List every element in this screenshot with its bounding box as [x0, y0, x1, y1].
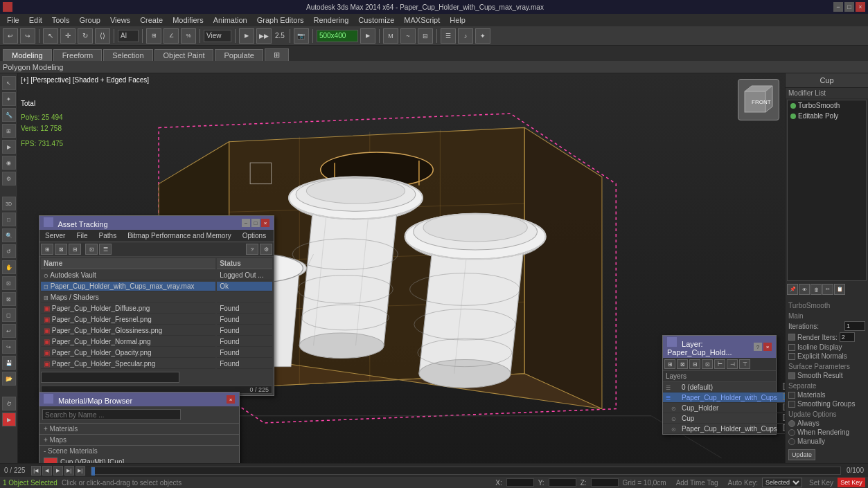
layer-manager-button[interactable]: ☰	[441, 28, 456, 44]
orbit-btn[interactable]: ↺	[2, 244, 16, 258]
material-editor-button[interactable]: M	[383, 28, 398, 44]
select-button[interactable]: ↖	[43, 28, 58, 44]
redo-button[interactable]: ↪	[20, 28, 35, 44]
mat-cup-item[interactable]: Cup (VRayMtl) [Cup]	[39, 456, 239, 463]
track-view-button[interactable]: ♪	[458, 28, 473, 44]
y-coord-input[interactable]	[549, 478, 576, 487]
maps-section[interactable]: + Maps	[39, 434, 239, 445]
render-button[interactable]: ▶▶	[256, 28, 272, 44]
tab-selection[interactable]: Selection	[103, 49, 152, 61]
hierarchy-icon-btn[interactable]: ⊞	[2, 124, 16, 138]
next-frame-btn[interactable]: ▶|	[64, 466, 74, 476]
asset-tb-btn-3[interactable]: ⊟	[69, 244, 81, 255]
asset-tb-help[interactable]: ?	[246, 244, 258, 255]
close-button[interactable]: ×	[856, 2, 865, 12]
tab-populate[interactable]: Populate	[215, 49, 263, 61]
asset-row-vault[interactable]: ⊙ Autodesk Vault Logged Out ...	[41, 271, 272, 280]
menu-customize[interactable]: Customize	[354, 15, 398, 25]
render-field-button[interactable]: ▶	[360, 28, 375, 44]
layer-row-cup-holder-cups[interactable]: ☰ Paper_Cup_Holder_with_Cups	[663, 392, 785, 403]
menu-file[interactable]: File	[3, 15, 24, 25]
menu-maxscript[interactable]: MAXScript	[400, 15, 444, 25]
layer-panel-title[interactable]: Layer: Paper_Cup_Hold... ? ×	[663, 336, 776, 358]
layer-delete-btn[interactable]: ⊠	[677, 359, 688, 369]
layer-new-btn[interactable]: ⊞	[664, 359, 675, 369]
asset-tb-btn-1[interactable]: ⊞	[41, 244, 53, 255]
motion-icon-btn[interactable]: ▶	[2, 140, 16, 154]
asset-panel-minimize[interactable]: −	[242, 219, 250, 227]
snap-button[interactable]: ⊞	[146, 28, 161, 44]
menu-edit[interactable]: Edit	[25, 15, 46, 25]
explicit-normals-checkbox[interactable]	[788, 353, 795, 360]
modify-icon-btn[interactable]: 🔧	[2, 108, 16, 122]
asset-row-fresnel[interactable]: ▣ Paper_Cup_Holder_Fresnel.png Found	[41, 315, 272, 325]
render-iters-checkbox[interactable]	[788, 334, 795, 341]
mod-tb-show[interactable]: 👁	[799, 284, 810, 295]
always-radio[interactable]	[788, 420, 795, 427]
undo-button[interactable]: ↩	[3, 28, 18, 44]
particle-view-button[interactable]: ✦	[475, 28, 490, 44]
create-icon-btn[interactable]: ✦	[2, 92, 16, 106]
smoothing-groups-checkbox[interactable]	[788, 401, 795, 408]
autokey-select[interactable]: Selected	[762, 478, 802, 487]
tab-modeling[interactable]: Modeling	[3, 49, 52, 61]
asset-tb-settings[interactable]: ⚙	[260, 244, 272, 255]
render-iters-input[interactable]	[840, 332, 855, 342]
asset-panel-close[interactable]: ×	[261, 219, 269, 227]
asset-row-maps[interactable]: ⊞ Maps / Shaders	[41, 293, 272, 302]
asset-panel-maximize[interactable]: □	[251, 219, 260, 227]
layer-select-btn[interactable]: ⊢	[714, 359, 725, 369]
set-key-button[interactable]: Set Key	[838, 478, 865, 487]
mod-tb-pin[interactable]: 📌	[787, 284, 798, 295]
manually-radio[interactable]	[788, 438, 795, 445]
menu-graph-editors[interactable]: Graph Editors	[253, 15, 308, 25]
modifier-editable-poly[interactable]: Editable Poly	[788, 111, 866, 121]
play-btn[interactable]: ▶	[53, 466, 63, 476]
asset-row-diffuse[interactable]: ▣ Paper_Cup_Holder_Diffuse.png Found	[41, 304, 272, 314]
zoom-extents-btn[interactable]: ⊠	[2, 292, 16, 306]
menu-tools[interactable]: Tools	[48, 15, 74, 25]
layer-remove-btn[interactable]: ⊡	[702, 359, 713, 369]
asset-search-input[interactable]	[41, 372, 179, 383]
asset-menu-file[interactable]: File	[71, 231, 93, 240]
menu-group[interactable]: Group	[75, 15, 105, 25]
camera-button[interactable]: 📷	[294, 28, 309, 44]
tab-freeform[interactable]: Freeform	[53, 49, 103, 61]
view-input[interactable]	[204, 30, 231, 42]
layer-row-cup[interactable]: ⊙ Cup	[663, 413, 785, 424]
asset-menu-bitmap[interactable]: Bitmap Performance and Memory	[122, 231, 237, 240]
menu-create[interactable]: Create	[136, 15, 167, 25]
rotate-button[interactable]: ↻	[78, 28, 93, 44]
update-button[interactable]: Update	[788, 449, 815, 460]
navigation-cube[interactable]: FRONT	[738, 79, 779, 120]
material-panel-title[interactable]: Material/Map Browser ×	[39, 392, 239, 406]
filter-input[interactable]	[118, 30, 139, 42]
viewport-shade-btn[interactable]: □	[2, 213, 16, 226]
isoline-checkbox[interactable]	[788, 344, 795, 351]
material-search-input[interactable]	[42, 409, 181, 420]
render-setup-button[interactable]: ▶	[239, 28, 254, 44]
move-button[interactable]: ✛	[60, 28, 76, 44]
modifier-turbosmooth[interactable]: TurboSmooth	[788, 100, 866, 111]
when-rendering-radio[interactable]	[788, 429, 795, 436]
menu-help[interactable]: Help	[445, 15, 470, 25]
zoom-btn[interactable]: 🔍	[2, 228, 16, 242]
smooth-result-checkbox[interactable]	[788, 372, 795, 379]
asset-menu-server[interactable]: Server	[39, 231, 71, 240]
asset-row-specular[interactable]: ▣ Paper_Cup_Holder_Specular.png Found	[41, 359, 272, 369]
scene-materials-section[interactable]: - Scene Materials	[39, 445, 239, 456]
render-active-btn[interactable]: ▶	[2, 413, 16, 426]
goto-start-btn[interactable]: |◀	[31, 466, 41, 476]
zoom-region-btn[interactable]: ⊡	[2, 276, 16, 290]
minimize-button[interactable]: −	[833, 2, 843, 12]
layer-row-default[interactable]: ☰ 0 (default)	[663, 382, 785, 392]
layer-add-btn[interactable]: ⊟	[689, 359, 700, 369]
layer-panel-close[interactable]: ×	[763, 343, 772, 351]
asset-panel-title[interactable]: Asset Tracking − □ ×	[39, 216, 274, 230]
menu-modifiers[interactable]: Modifiers	[168, 15, 208, 25]
timeline[interactable]	[91, 467, 841, 475]
mod-tb-delete[interactable]: 🗑	[811, 284, 822, 295]
layer-row-cup-holder[interactable]: ⊙ Cup_Holder	[663, 403, 785, 413]
asset-row-normal[interactable]: ▣ Paper_Cup_Holder_Normal.png Found	[41, 337, 272, 347]
schematic-button[interactable]: ⊟	[418, 28, 433, 44]
